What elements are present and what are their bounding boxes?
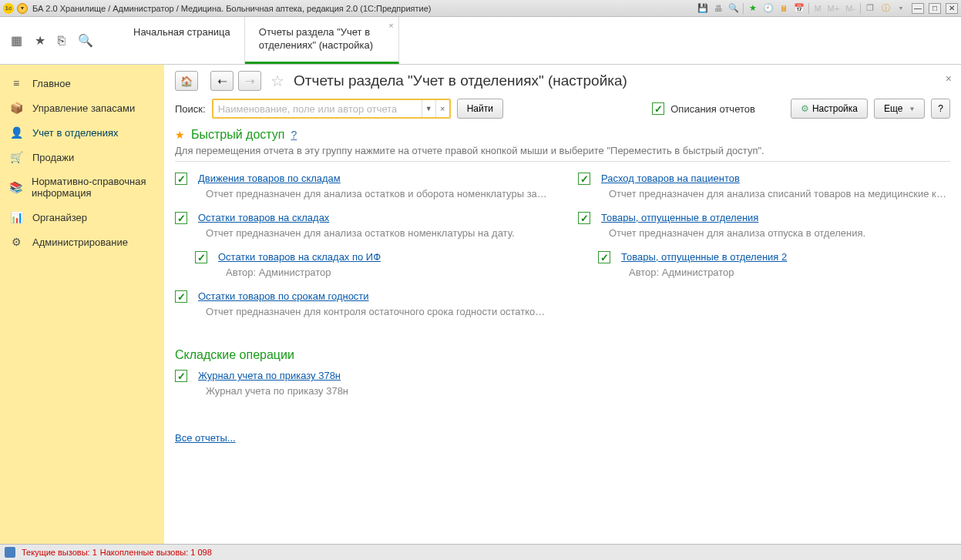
report-description: Отчет предназначен для анализа списаний …	[609, 188, 950, 200]
close-button[interactable]: ✕	[946, 3, 958, 14]
search-dropdown-icon[interactable]: ▼	[422, 100, 435, 117]
report-link[interactable]: Товары, отпущенные в отделения 2	[621, 251, 787, 263]
quick-access-hint: Для перемещения отчета в эту группу нажм…	[175, 145, 950, 156]
home-button[interactable]: 🏠	[175, 71, 198, 91]
sidebar-label: Главное	[32, 78, 71, 89]
clipboard-icon[interactable]: ⎘	[58, 34, 66, 48]
star-orange-icon: ★	[175, 129, 185, 141]
more-button[interactable]: Еще▼	[874, 99, 925, 119]
settings-button[interactable]: ⚙Настройка	[791, 99, 868, 119]
report-link[interactable]: Товары, отпущенные в отделения	[601, 212, 758, 223]
report-checkbox[interactable]	[175, 212, 187, 224]
box-icon: 📦	[9, 102, 23, 114]
sidebar-label: Продажи	[32, 152, 74, 163]
report-checkbox[interactable]	[175, 290, 187, 303]
chevron-down-icon: ▼	[909, 106, 915, 112]
report-item: Остатки товаров на складах Отчет предназ…	[175, 212, 547, 239]
reports-right-column: Расход товаров на пациентов Отчет предна…	[578, 173, 950, 330]
app-icon: 1c	[3, 3, 14, 14]
reports-left-column: Движения товаров по складам Отчет предна…	[175, 173, 547, 330]
maximize-button[interactable]: □	[929, 3, 941, 14]
back-button[interactable]: 🠐	[210, 71, 234, 91]
preview-icon[interactable]: 🔍	[727, 2, 740, 15]
report-checkbox[interactable]	[578, 212, 590, 224]
app-menu-dropdown[interactable]: ▼	[17, 3, 28, 14]
sidebar-item-main[interactable]: ≡Главное	[0, 71, 164, 96]
star-icon[interactable]: ★	[35, 33, 45, 48]
report-item: Журнал учета по приказу 378н Журнал учет…	[175, 370, 950, 397]
descriptions-checkbox[interactable]	[652, 102, 664, 115]
report-link[interactable]: Остатки товаров по срокам годности	[198, 290, 369, 302]
report-link[interactable]: Остатки товаров на складах	[198, 212, 329, 223]
info-dropdown-icon[interactable]: ▼	[895, 2, 907, 15]
tab-label: Отчеты раздела "Учет в отделениях" (наст…	[259, 26, 373, 51]
report-description: Отчет предназначен для контроля остаточн…	[206, 306, 547, 317]
forward-button[interactable]: 🠒	[238, 71, 261, 91]
sidebar-item-organizer[interactable]: 📊Органайзер	[0, 205, 164, 230]
top-toolbar: ▦ ★ ⎘ 🔍 Начальная страница Отчеты раздел…	[0, 17, 961, 65]
search-clear-icon[interactable]: ×	[435, 100, 449, 117]
content-area: × 🏠 🠐 🠒 ☆ Отчеты раздела "Учет в отделен…	[164, 65, 961, 544]
find-button[interactable]: Найти	[457, 99, 503, 119]
search-label: Поиск:	[175, 103, 206, 115]
report-description: Автор: Администратор	[226, 267, 547, 278]
favorite-star-icon[interactable]: ☆	[270, 72, 284, 90]
page-close-icon[interactable]: ×	[946, 72, 952, 85]
report-item: Движения товаров по складам Отчет предна…	[175, 173, 547, 200]
report-checkbox[interactable]	[598, 251, 610, 263]
sidebar-item-sales[interactable]: 🛒Продажи	[0, 145, 164, 169]
m-plus-button[interactable]: M+	[826, 4, 842, 13]
tab-label: Начальная страница	[133, 26, 230, 38]
sidebar-item-reference[interactable]: 📚Нормативно-справочная информация	[0, 169, 164, 205]
window-titlebar: 1c ▼ БА 2.0 Хранилище / Администратор / …	[0, 0, 961, 17]
report-link[interactable]: Журнал учета по приказу 378н	[198, 370, 341, 381]
search-icon[interactable]: 🔍	[78, 33, 93, 48]
help-button[interactable]: ?	[931, 99, 950, 119]
divider	[175, 161, 950, 162]
report-link[interactable]: Расход товаров на пациентов	[601, 173, 740, 184]
save-icon[interactable]: 💾	[697, 2, 709, 15]
report-description: Отчет предназначен для анализа остатков …	[206, 188, 547, 200]
tab-start-page[interactable]: Начальная страница	[119, 17, 245, 64]
search-input[interactable]	[213, 100, 422, 117]
favorite-icon[interactable]: ★	[747, 2, 759, 15]
quick-access-title: Быстрый доступ	[191, 128, 285, 142]
warehouse-section-title: Складские операции	[175, 348, 950, 362]
report-checkbox[interactable]	[195, 251, 207, 263]
report-item: Товары, отпущенные в отделения Отчет пре…	[578, 212, 950, 239]
tab-close-icon[interactable]: ×	[388, 20, 393, 31]
sidebar-label: Управление запасами	[32, 102, 135, 114]
report-description: Отчет предназначен для анализа отпуска в…	[609, 227, 950, 239]
m-minus-button[interactable]: M-	[844, 4, 857, 13]
help-label: ?	[938, 103, 943, 114]
info-icon[interactable]: ⓘ	[879, 2, 892, 15]
m-button[interactable]: M	[812, 4, 822, 13]
sidebar-label: Администрирование	[32, 236, 128, 248]
report-checkbox[interactable]	[578, 173, 590, 185]
gear-icon: ⚙	[801, 103, 809, 114]
all-reports-link[interactable]: Все отчеты...	[175, 432, 236, 444]
print-icon[interactable]: 🖶	[712, 2, 724, 15]
report-link[interactable]: Остатки товаров на складах по ИФ	[218, 251, 381, 263]
windows-icon[interactable]: ❐	[864, 2, 876, 15]
books-icon: 📚	[9, 181, 22, 193]
report-checkbox[interactable]	[175, 370, 187, 382]
sidebar-label: Органайзер	[32, 212, 87, 223]
calendar-icon[interactable]: 📅	[793, 2, 805, 15]
status-current: Текущие вызовы: 1	[22, 548, 97, 557]
quick-access-help-icon[interactable]: ?	[291, 129, 297, 141]
sidebar-item-departments[interactable]: 👤Учет в отделениях	[0, 120, 164, 145]
apps-icon[interactable]: ▦	[11, 33, 22, 48]
tab-reports-settings[interactable]: Отчеты раздела "Учет в отделениях" (наст…	[245, 17, 399, 64]
sidebar-item-admin[interactable]: ⚙Администрирование	[0, 230, 164, 254]
sidebar-item-inventory[interactable]: 📦Управление запасами	[0, 96, 164, 120]
navigation-sidebar: ≡Главное 📦Управление запасами 👤Учет в от…	[0, 65, 164, 544]
report-item: Остатки товаров по срокам годности Отчет…	[175, 290, 547, 317]
history-icon[interactable]: 🕘	[762, 2, 775, 15]
gear-icon: ⚙	[9, 236, 23, 248]
report-checkbox[interactable]	[175, 173, 187, 185]
report-link[interactable]: Движения товаров по складам	[198, 173, 341, 184]
report-description: Автор: Администратор	[629, 267, 950, 278]
minimize-button[interactable]: —	[912, 3, 924, 14]
calculator-icon[interactable]: 🖩	[778, 2, 790, 15]
